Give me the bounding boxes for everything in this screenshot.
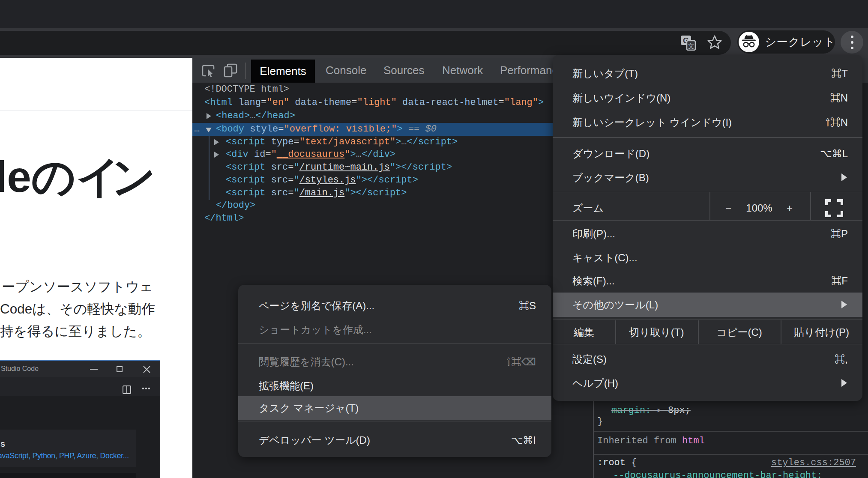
svg-text:文: 文 xyxy=(688,42,694,50)
